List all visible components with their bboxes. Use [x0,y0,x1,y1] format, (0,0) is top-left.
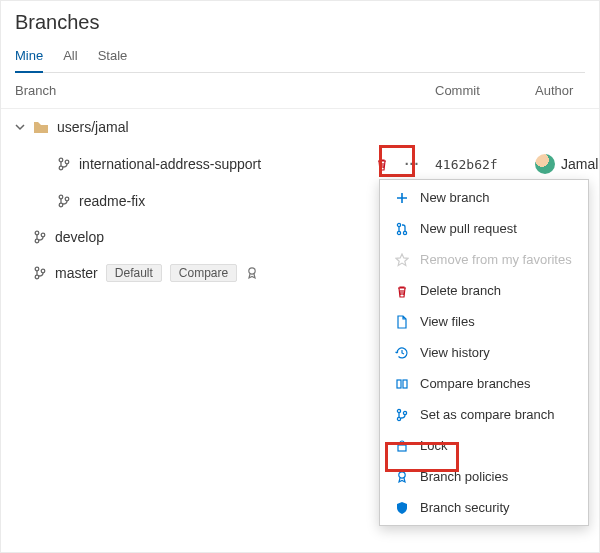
star-outline-icon [394,253,410,267]
svg-point-5 [65,197,69,201]
svg-point-8 [41,233,45,237]
svg-point-10 [35,275,39,279]
svg-point-14 [397,231,400,234]
compare-icon [394,377,410,391]
svg-point-11 [41,269,45,273]
trash-icon [394,284,410,298]
svg-rect-16 [397,380,401,388]
svg-point-22 [399,471,405,477]
history-icon [394,346,410,360]
menu-compare-branches[interactable]: Compare branches [380,368,588,399]
svg-point-2 [65,160,69,164]
tab-all[interactable]: All [63,42,77,72]
svg-point-19 [397,417,400,420]
highlight-more-button [379,145,415,177]
svg-point-1 [59,166,63,170]
avatar [535,154,555,174]
award-icon [245,266,259,280]
shield-icon [394,501,410,515]
svg-point-4 [59,203,63,207]
svg-point-7 [35,239,39,243]
chevron-down-icon[interactable] [15,122,25,132]
author-name: Jamal [561,156,598,172]
menu-label: Compare branches [420,376,531,391]
svg-rect-17 [403,380,407,388]
menu-view-files[interactable]: View files [380,306,588,337]
commit-hash[interactable]: 4162b62f [435,157,535,172]
branch-name: international-address-support [79,156,261,172]
menu-label: Set as compare branch [420,407,554,422]
page-title: Branches [15,11,585,34]
branch-name: master [55,265,98,281]
branch-icon [394,408,410,422]
menu-label: View files [420,314,475,329]
menu-branch-security[interactable]: Branch security [380,492,588,523]
col-commit: Commit [435,83,535,98]
menu-view-history[interactable]: View history [380,337,588,368]
tab-mine[interactable]: Mine [15,42,43,73]
svg-point-20 [403,411,406,414]
file-icon [394,315,410,329]
tabs: Mine All Stale [15,42,585,73]
menu-delete-branch[interactable]: Delete branch [380,275,588,306]
svg-point-15 [403,231,406,234]
svg-point-12 [249,268,255,274]
svg-point-13 [397,223,400,226]
menu-label: New branch [420,190,489,205]
col-branch: Branch [15,83,435,98]
svg-point-0 [59,158,63,162]
svg-point-6 [35,231,39,235]
menu-remove-fav: Remove from my favorites [380,244,588,275]
branch-icon [57,157,71,171]
svg-point-3 [59,195,63,199]
menu-label: Remove from my favorites [420,252,572,267]
branch-name: readme-fix [79,193,145,209]
svg-point-9 [35,267,39,271]
branch-icon [57,194,71,208]
menu-label: View history [420,345,490,360]
column-headers: Branch Commit Author [1,73,599,109]
branch-row-intl[interactable]: international-address-support ··· 4162b6… [1,145,599,183]
tab-stale[interactable]: Stale [98,42,128,72]
highlight-lock-item [385,442,459,472]
branch-icon [33,266,47,280]
branch-name: develop [55,229,104,245]
svg-point-18 [397,409,400,412]
default-badge: Default [106,264,162,282]
plus-icon [394,191,410,205]
menu-set-compare[interactable]: Set as compare branch [380,399,588,430]
folder-name: users/jamal [57,119,129,135]
menu-label: New pull request [420,221,517,236]
menu-new-pr[interactable]: New pull request [380,213,588,244]
compare-badge: Compare [170,264,237,282]
branch-icon [33,230,47,244]
col-author: Author [535,83,585,98]
context-menu: New branch New pull request Remove from … [379,179,589,526]
folder-icon [33,120,49,134]
pull-request-icon [394,222,410,236]
folder-row[interactable]: users/jamal [1,109,599,145]
menu-label: Branch security [420,500,510,515]
menu-label: Delete branch [420,283,501,298]
menu-new-branch[interactable]: New branch [380,182,588,213]
